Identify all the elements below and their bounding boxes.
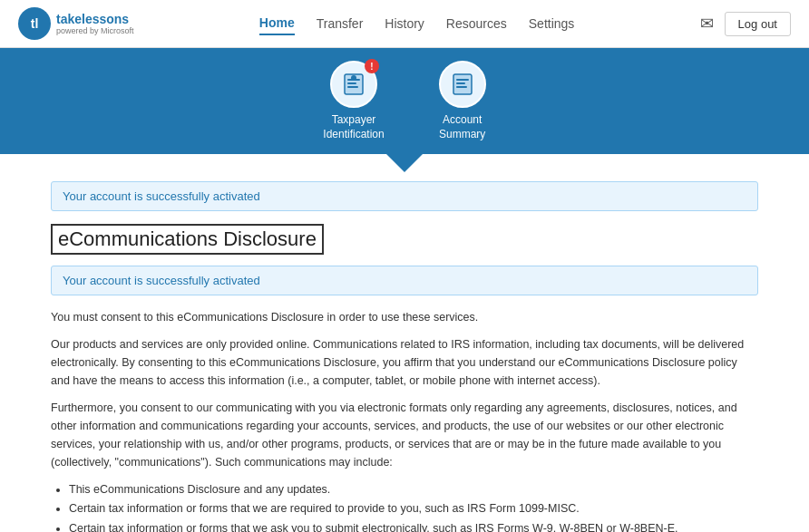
header-right: ✉ Log out [700, 12, 791, 36]
paragraph2: Furthermore, you consent to our communic… [51, 399, 758, 471]
svg-rect-10 [456, 86, 467, 88]
steps-banner: ! TaxpayerIdentification AccountSummary [0, 48, 809, 154]
nav-transfer[interactable]: Transfer [317, 13, 364, 34]
alert-badge-taxpayer: ! [365, 59, 379, 73]
main-content: Your account is successfully activated e… [15, 172, 794, 532]
svg-rect-4 [347, 82, 356, 84]
success-bar-bottom: Your account is successfully activated [51, 266, 758, 295]
svg-rect-8 [456, 79, 469, 81]
svg-text:tl: tl [31, 16, 39, 31]
logo-subtitle: powered by Microsoft [56, 26, 134, 35]
intro-text: You must consent to this eCommunications… [51, 308, 758, 326]
nav-home[interactable]: Home [259, 12, 295, 35]
step-taxpayer: ! TaxpayerIdentification [323, 61, 384, 154]
mail-icon[interactable]: ✉ [700, 14, 714, 34]
page-title: eCommunications Disclosure [51, 224, 324, 255]
svg-rect-5 [347, 86, 358, 88]
nav-resources[interactable]: Resources [446, 13, 507, 34]
svg-rect-9 [456, 82, 465, 84]
logo: tl takelessons powered by Microsoft [18, 7, 134, 40]
step-label-taxpayer: TaxpayerIdentification [323, 113, 384, 141]
bullet-item-3: Certain tax information or forms that we… [69, 519, 758, 532]
step-circle-account [439, 61, 486, 108]
header: tl takelessons powered by Microsoft Home… [0, 0, 809, 48]
bullet-list: This eCommunications Disclosure and any … [51, 480, 758, 532]
svg-point-6 [351, 75, 356, 81]
step-circle-taxpayer: ! [330, 61, 377, 108]
main-nav: Home Transfer History Resources Settings [259, 12, 575, 35]
logout-button[interactable]: Log out [725, 12, 791, 36]
step-label-account: AccountSummary [439, 113, 485, 141]
logo-title: takelessons [56, 12, 134, 26]
banner-arrow-shape [386, 154, 423, 172]
nav-history[interactable]: History [385, 13, 424, 34]
step-account: AccountSummary [439, 61, 486, 154]
nav-settings[interactable]: Settings [529, 13, 575, 34]
banner-arrow [0, 154, 809, 172]
bullet-item-2: Certain tax information or forms that we… [69, 499, 758, 518]
success-bar-top: Your account is successfully activated [51, 181, 758, 211]
paragraph1: Our products and services are only provi… [51, 335, 758, 390]
bullet-item-1: This eCommunications Disclosure and any … [69, 480, 758, 499]
